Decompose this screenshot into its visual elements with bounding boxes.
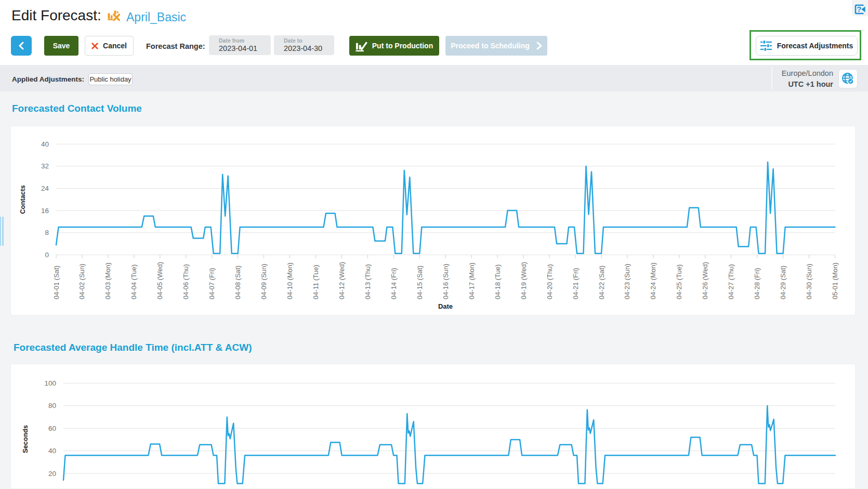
svg-text:24: 24 bbox=[41, 184, 49, 192]
svg-text:04-15 (Sat): 04-15 (Sat) bbox=[416, 266, 424, 299]
svg-text:04-12 (Wed): 04-12 (Wed) bbox=[338, 262, 346, 299]
svg-text:04-11 (Tue): 04-11 (Tue) bbox=[312, 265, 320, 299]
svg-text:04-20 (Thu): 04-20 (Thu) bbox=[546, 264, 554, 299]
svg-text:04-22 (Sat): 04-22 (Sat) bbox=[598, 266, 606, 299]
svg-text:04-21 (Fri): 04-21 (Fri) bbox=[572, 268, 580, 299]
svg-text:16: 16 bbox=[41, 207, 49, 215]
svg-text:05-01 (Mon): 05-01 (Mon) bbox=[831, 262, 839, 299]
svg-text:Seconds: Seconds bbox=[21, 425, 29, 453]
svg-text:Date: Date bbox=[438, 302, 453, 310]
svg-text:04-29 (Sat): 04-29 (Sat) bbox=[779, 266, 787, 299]
svg-text:04-18 (Tue): 04-18 (Tue) bbox=[494, 265, 502, 299]
svg-text:04-19 (Wed): 04-19 (Wed) bbox=[520, 262, 528, 299]
svg-text:04-02 (Sun): 04-02 (Sun) bbox=[78, 263, 86, 299]
svg-text:100: 100 bbox=[44, 379, 56, 387]
svg-text:04-26 (Wed): 04-26 (Wed) bbox=[701, 262, 709, 299]
svg-text:04-13 (Thu): 04-13 (Thu) bbox=[364, 264, 372, 299]
svg-text:Contacts: Contacts bbox=[19, 185, 27, 214]
svg-text:04-17 (Mon): 04-17 (Mon) bbox=[468, 262, 476, 299]
svg-text:04-14 (Fri): 04-14 (Fri) bbox=[390, 268, 398, 299]
svg-text:04-30 (Sun): 04-30 (Sun) bbox=[805, 263, 813, 299]
svg-text:32: 32 bbox=[41, 162, 49, 170]
svg-text:40: 40 bbox=[41, 140, 49, 148]
svg-text:04-07 (Fri): 04-07 (Fri) bbox=[208, 268, 216, 299]
svg-text:04-10 (Mon): 04-10 (Mon) bbox=[286, 262, 294, 299]
svg-text:04-25 (Tue): 04-25 (Tue) bbox=[675, 265, 683, 299]
svg-text:04-05 (Wed): 04-05 (Wed) bbox=[156, 262, 164, 299]
svg-text:8: 8 bbox=[45, 229, 49, 236]
svg-text:04-09 (Sun): 04-09 (Sun) bbox=[260, 263, 268, 299]
svg-text:04-16 (Sun): 04-16 (Sun) bbox=[442, 263, 450, 299]
svg-text:04-06 (Thu): 04-06 (Thu) bbox=[182, 264, 190, 299]
svg-text:04-03 (Mon): 04-03 (Mon) bbox=[104, 262, 112, 299]
svg-text:04-08 (Sat): 04-08 (Sat) bbox=[234, 266, 242, 299]
svg-text:0: 0 bbox=[45, 251, 49, 259]
svg-text:40: 40 bbox=[48, 447, 56, 455]
svg-text:04-24 (Mon): 04-24 (Mon) bbox=[649, 262, 657, 299]
svg-text:60: 60 bbox=[48, 425, 56, 432]
svg-text:04-04 (Tue): 04-04 (Tue) bbox=[130, 265, 138, 299]
svg-text:04-01 (Sat): 04-01 (Sat) bbox=[52, 266, 60, 299]
svg-text:04-27 (Thu): 04-27 (Thu) bbox=[727, 264, 735, 299]
svg-text:04-23 (Sun): 04-23 (Sun) bbox=[623, 263, 631, 299]
svg-text:80: 80 bbox=[48, 402, 56, 409]
svg-text:04-28 (Fri): 04-28 (Fri) bbox=[753, 268, 761, 299]
svg-text:20: 20 bbox=[48, 470, 56, 478]
